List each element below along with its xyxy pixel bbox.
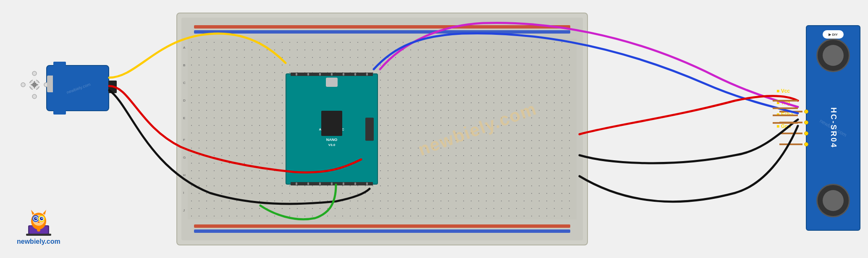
arduino-ic-chip (321, 111, 342, 136)
svg-point-33 (35, 218, 37, 219)
svg-point-12 (37, 84, 38, 86)
pin-echo (779, 131, 808, 136)
icsp-header (365, 117, 374, 141)
pin-label-vcc: ■ Vcc (776, 88, 793, 94)
svg-rect-21 (26, 234, 51, 236)
pin-label-echo: ■ Echo (776, 112, 793, 117)
pin-label-trig: ■ Trig (776, 100, 793, 106)
sensor-speaker-bottom (816, 184, 850, 217)
svg-point-13 (34, 87, 35, 89)
arduino-usb-port (326, 78, 338, 87)
sensor-speaker-top-inner (823, 45, 844, 66)
hcsr04-sensor: ▶ DIY HC-SR04 newbiely.com (806, 25, 860, 231)
diy-badge: ▶ DIY (823, 30, 844, 39)
arduino-nano: USA ARDUINO.CC ARDUINO NANO V3.0 (286, 73, 378, 185)
svg-point-10 (31, 84, 32, 86)
logo-area: newbiely.com (17, 208, 60, 245)
svg-point-9 (32, 83, 37, 87)
logo-text: newbiely.com (17, 238, 60, 245)
rail-bottom-blue (194, 229, 570, 233)
rail-top-blue (194, 30, 570, 34)
pin-gnd-wire (779, 143, 802, 145)
pin-gnd (779, 142, 808, 146)
pin-echo-dot (804, 131, 808, 136)
svg-point-5 (32, 71, 37, 76)
svg-point-7 (21, 83, 25, 87)
servo-watermark: newbiely.com (47, 65, 110, 111)
svg-point-11 (34, 81, 35, 83)
svg-marker-23 (31, 210, 34, 215)
rail-bottom-red (194, 224, 570, 228)
rail-top-red (194, 25, 570, 29)
sensor-speaker-bottom-inner (823, 190, 844, 211)
pin-header-top (291, 73, 373, 76)
sensor-speaker-top (816, 39, 850, 72)
dots-area (188, 39, 577, 219)
pin-header-bottom (291, 182, 373, 185)
owl-logo (24, 208, 53, 236)
servo-motor-area: newbiely.com (13, 61, 109, 145)
svg-point-6 (32, 94, 37, 99)
pin-label-gnd: ■ Gnd (776, 123, 793, 129)
pin-gnd-dot (804, 142, 808, 146)
breadboard: ABCDE FGHIJ (176, 13, 588, 245)
svg-point-34 (41, 218, 42, 219)
pin-trig-dot (804, 120, 808, 125)
breadboard-inner: ABCDE FGHIJ (181, 18, 583, 240)
row-labels-left: ABCDE FGHIJ (183, 39, 186, 219)
svg-marker-24 (43, 210, 46, 215)
pin-echo-wire (779, 133, 802, 134)
pin-vcc-dot (804, 109, 808, 114)
main-container: ABCDE FGHIJ USA ARDUINO.CC ARDUINO NANO … (0, 0, 868, 258)
servo-arm (19, 69, 50, 101)
sensor-pin-labels: ■ Vcc ■ Trig ■ Echo ■ Gnd (776, 88, 793, 129)
